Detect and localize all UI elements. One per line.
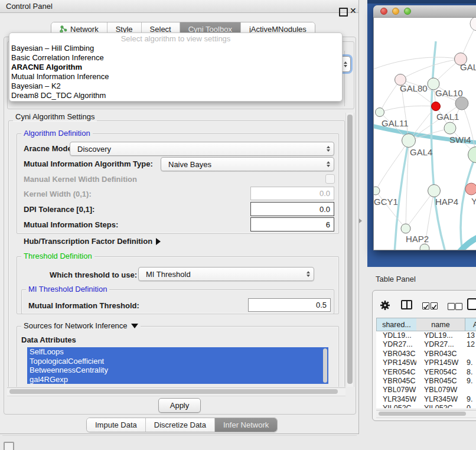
table-row[interactable]: YER054CYER054C8. [376, 368, 476, 377]
combo-spinner-icon [327, 161, 330, 167]
algorithm-option[interactable]: Basic Correlation Inference [9, 53, 342, 63]
table-row[interactable]: YBR043CYBR043C [376, 350, 476, 358]
mi-algorithm-type-value: Naive Bayes [168, 160, 327, 169]
data-attributes-scrollbar[interactable] [323, 348, 327, 383]
close-traffic-light-icon[interactable] [380, 8, 387, 15]
network-node[interactable] [455, 97, 468, 110]
data-attribute-item[interactable]: gal4RGexp [27, 375, 328, 384]
algorithm-option[interactable]: Bayesian – K2 [9, 81, 342, 91]
column-header-partial[interactable]: A [465, 318, 476, 331]
apply-button[interactable]: Apply [158, 398, 201, 413]
table-row[interactable]: YPR145WYPR145W9. [376, 358, 476, 367]
network-node[interactable] [470, 18, 476, 31]
network-node[interactable] [465, 183, 476, 195]
tab-discretize-data[interactable]: Discretize Data [146, 418, 215, 432]
zoom-traffic-light-icon[interactable] [404, 8, 411, 15]
mi-threshold-field[interactable]: 0.5 [248, 298, 331, 312]
which-threshold-select[interactable]: MI Threshold [138, 267, 314, 281]
algorithm-option[interactable]: ARACNE Algorithm [9, 63, 342, 72]
data-attribute-item[interactable]: BetweennessCentrality [27, 366, 328, 375]
manual-kernel-width-checkbox[interactable] [325, 174, 335, 184]
unchecked-checkbox-icon[interactable] [455, 303, 462, 310]
network-edge[interactable] [380, 106, 436, 112]
table-cell: 9. [465, 358, 476, 367]
minimized-panel-icon[interactable] [4, 442, 14, 450]
network-edge[interactable] [406, 191, 434, 229]
network-node[interactable] [374, 187, 380, 195]
gear-icon[interactable] [380, 300, 390, 311]
control-panel-titlebar: Control Panel [0, 0, 358, 13]
data-attribute-item[interactable]: SelfLoops [27, 347, 328, 357]
column-header-shared-name[interactable]: shared... [376, 318, 416, 331]
apply-button-label: Apply [170, 401, 190, 410]
table-row[interactable]: YIL052CYIL052C0. [376, 404, 476, 408]
network-edge[interactable] [431, 41, 446, 250]
panel-resize-handle[interactable] [359, 219, 362, 223]
table-horizontal-scrollbar[interactable] [376, 410, 476, 418]
table-cell: YBR043C [416, 350, 465, 358]
data-attribute-item[interactable]: TopologicalCoefficient [27, 357, 328, 366]
mi-threshold-value: 0.5 [316, 301, 327, 309]
sources-title[interactable]: Sources for Network Inference [21, 322, 141, 330]
column-header-name[interactable]: name [416, 318, 465, 331]
settings-horizontal-scrollbar[interactable] [7, 387, 345, 396]
aracne-mode-select[interactable]: Discovery [70, 142, 334, 156]
threshold-definition-title: Threshold Definition [21, 252, 94, 260]
mi-steps-field[interactable]: 6 [250, 217, 334, 231]
checked-checkbox-icon[interactable] [422, 302, 429, 309]
network-node[interactable] [401, 224, 410, 233]
tab-discretize-data-label: Discretize Data [154, 420, 206, 429]
settings-vertical-scrollbar[interactable] [345, 113, 354, 387]
float-icon[interactable] [339, 8, 348, 17]
algorithm-option[interactable]: Bayesian – Hill Climbing [9, 44, 342, 53]
kernel-width-label: Kernel Width (0,1): [24, 190, 92, 198]
table-row[interactable]: YBR045CYBR045C9. [376, 377, 476, 386]
table-cell: 9. [465, 377, 476, 386]
table-cell: 8. [465, 368, 476, 377]
network-node[interactable] [376, 108, 384, 117]
panel-divider [2, 435, 357, 436]
network-node[interactable] [444, 122, 456, 134]
control-panel-title: Control Panel [6, 2, 53, 11]
tab-infer-network[interactable]: Infer Network [215, 418, 277, 432]
algorithm-option[interactable]: Dream8 DC_TDC Algorithm [9, 91, 342, 100]
network-canvas[interactable]: GALGAL80GAL10GAL11GAL1GAL4SWI4GCY1HAP4YH… [374, 18, 476, 250]
table-row[interactable]: YDL19...YDL19...13 [376, 331, 476, 340]
network-node-label: GCY1 [374, 197, 398, 207]
network-edge[interactable] [400, 59, 461, 80]
unchecked-checkbox-icon[interactable] [448, 303, 455, 310]
mi-threshold-definition-title: MI Threshold Definition [26, 285, 109, 294]
kernel-width-field[interactable]: 0.0 [250, 187, 334, 200]
table-row[interactable]: YBL079WYBL079W [376, 386, 476, 394]
network-node-label: GAL10 [435, 88, 463, 98]
cyni-settings-scroll-area: Cyni Algorithm Settings Algorithm Defini… [6, 112, 345, 387]
network-node[interactable] [428, 185, 441, 197]
network-window-titlebar[interactable] [373, 5, 476, 18]
table-cell: YPR145W [416, 358, 465, 367]
network-node[interactable] [402, 134, 416, 148]
expander-arrow-icon [156, 238, 161, 245]
dpi-tolerance-field[interactable]: 0.0 [250, 202, 334, 216]
which-threshold-value: MI Threshold [146, 270, 307, 279]
document-icon[interactable] [467, 298, 476, 310]
columns-icon[interactable] [401, 300, 412, 309]
checked-checkbox-icon[interactable] [431, 302, 438, 309]
which-threshold-label: Which threshold to use: [50, 270, 137, 279]
minimize-traffic-light-icon[interactable] [392, 8, 399, 15]
table-row[interactable]: YLR345WYLR345W9. [376, 395, 476, 404]
table-body[interactable]: YDL19...YDL19...13YDR27...YDR27...12YBR0… [376, 331, 476, 408]
network-node[interactable] [468, 147, 476, 163]
data-attributes-label: Data Attributes [21, 335, 76, 344]
network-edge[interactable] [374, 57, 461, 71]
table-row[interactable]: YDR27...YDR27...12 [376, 340, 476, 349]
combo-spinner-icon [307, 271, 310, 277]
data-attributes-list[interactable]: SelfLoopsTopologicalCoefficientBetweenne… [27, 347, 328, 384]
network-node-label: GAL11 [382, 118, 409, 128]
network-node[interactable] [432, 102, 441, 111]
algorithm-option[interactable]: Mutual Information Inference [9, 72, 342, 81]
network-node[interactable] [420, 244, 429, 250]
close-icon[interactable]: ✕ [350, 6, 357, 15]
tab-impute-data[interactable]: Impute Data [87, 418, 146, 432]
hub-factor-expander[interactable]: Hub/Transcription Factor Definition [24, 237, 161, 246]
mi-algorithm-type-select[interactable]: Naive Bayes [161, 157, 334, 171]
